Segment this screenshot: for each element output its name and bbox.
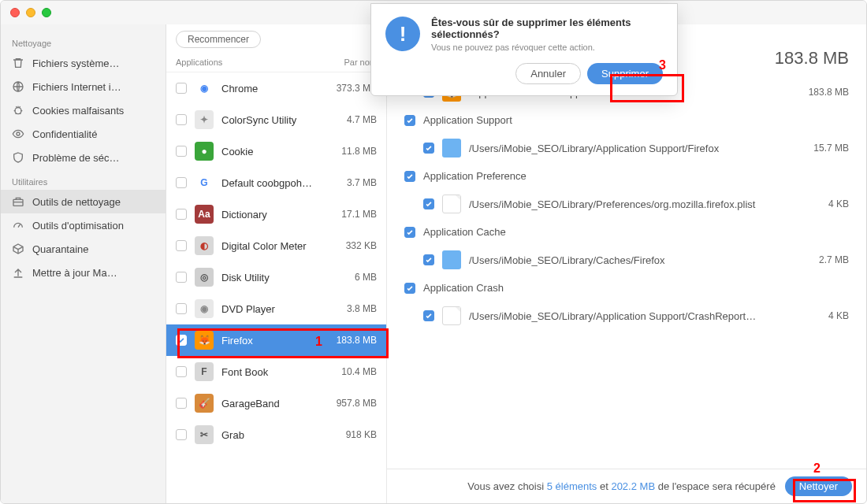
app-row[interactable]: ◎Disk Utility6 MB [166, 261, 386, 293]
group-checkbox[interactable] [404, 115, 415, 126]
app-size-label: 4.7 MB [328, 114, 377, 125]
group-checkbox[interactable] [404, 283, 415, 294]
globe-icon [12, 80, 24, 93]
app-name-label: Font Book [221, 366, 320, 378]
app-icon: F [195, 362, 214, 381]
app-checkbox[interactable] [176, 114, 187, 125]
detail-file-row[interactable]: /Users/iMobie_SEO/Library/Application Su… [387, 300, 866, 332]
shield-icon [12, 151, 24, 164]
column-header-applications[interactable]: Applications [176, 57, 329, 67]
app-row[interactable]: FFont Book10.4 MB [166, 356, 386, 387]
detail-file-list[interactable]: 🦊/Applications/Firefox.app183.8 MBApplic… [387, 76, 866, 469]
eye-icon [12, 128, 24, 140]
app-row[interactable]: 🦊Firefox183.8 MB [166, 324, 386, 356]
app-row[interactable]: ◉DVD Player3.8 MB [166, 293, 386, 324]
group-label: Application Preference [423, 170, 527, 182]
group-checkbox[interactable] [404, 171, 415, 182]
confirm-delete-dialog: ! Êtes-vous sûr de supprimer les élément… [370, 3, 678, 96]
sidebar-item[interactable]: Confidentialité [1, 122, 166, 146]
cancel-button[interactable]: Annuler [515, 63, 581, 84]
minimize-window-button[interactable] [26, 8, 35, 17]
sidebar-item[interactable]: Cookies malfaisants [1, 98, 166, 122]
app-size-label: 183.8 MB [328, 335, 377, 346]
sidebar-item-label: Outils de nettoyage [32, 196, 121, 208]
app-checkbox[interactable] [176, 335, 187, 346]
app-row[interactable]: ●Cookie11.8 MB [166, 135, 386, 167]
app-name-label: Dictionary [221, 209, 320, 220]
file-checkbox[interactable] [423, 310, 434, 321]
app-row[interactable]: ✂Grab918 KB [166, 419, 386, 450]
confirm-delete-button[interactable]: Supprimer [587, 63, 663, 84]
folder-icon [442, 250, 461, 269]
close-window-button[interactable] [10, 8, 20, 17]
file-checkbox[interactable] [423, 143, 434, 154]
sidebar-item-label: Cookies malfaisants [32, 105, 124, 117]
sidebar-item-label: Outils d'optimisation [32, 220, 124, 232]
sidebar-item[interactable]: Fichiers Internet i… [1, 75, 166, 98]
sidebar-item-label: Fichiers système… [32, 57, 120, 69]
app-checkbox[interactable] [176, 366, 187, 377]
file-path-label: /Users/iMobie_SEO/Library/Application Su… [469, 310, 778, 322]
file-size-label: 183.8 MB [786, 87, 849, 98]
trash-icon [12, 57, 24, 69]
app-checkbox[interactable] [176, 83, 187, 94]
file-checkbox[interactable] [423, 198, 434, 209]
detail-group-header[interactable]: Application Support [387, 108, 866, 132]
app-icon: ✂ [195, 425, 214, 444]
app-size-label: 3.7 MB [328, 177, 377, 188]
app-icon: ◉ [195, 79, 214, 98]
app-name-label: DVD Player [221, 303, 320, 315]
sidebar-item[interactable]: Mettre à jour Ma… [1, 261, 166, 284]
app-size-label: 11.8 MB [328, 146, 377, 157]
sidebar-item[interactable]: Outils d'optimisation [1, 213, 166, 237]
detail-group-header[interactable]: Application Preference [387, 164, 866, 188]
file-checkbox[interactable] [423, 254, 434, 265]
file-path-label: /Users/iMobie_SEO/Library/Preferences/or… [469, 198, 778, 210]
app-checkbox[interactable] [176, 303, 187, 314]
detail-file-row[interactable]: /Users/iMobie_SEO/Library/Caches/Firefox… [387, 244, 866, 276]
sidebar-item-label: Quarantaine [32, 243, 89, 255]
bug-icon [12, 104, 24, 117]
sidebar-item-label: Confidentialité [32, 128, 97, 140]
sidebar-item[interactable]: Problème de séc… [1, 146, 166, 169]
application-list[interactable]: ◉Chrome373.3 MB✦ColorSync Utility4.7 MB●… [166, 72, 386, 503]
sidebar-item-label: Problème de séc… [32, 152, 120, 164]
app-size-label: 373.3 MB [328, 83, 377, 94]
sidebar-item-label: Mettre à jour Ma… [32, 267, 117, 279]
app-row[interactable]: ◉Chrome373.3 MB [166, 72, 386, 104]
app-name-label: GarageBand [221, 398, 320, 410]
group-checkbox[interactable] [404, 227, 415, 238]
app-checkbox[interactable] [176, 272, 187, 283]
app-checkbox[interactable] [176, 398, 187, 409]
app-checkbox[interactable] [176, 146, 187, 157]
app-row[interactable]: GDefault coobgpoh…3.7 MB [166, 167, 386, 198]
app-checkbox[interactable] [176, 429, 187, 440]
sidebar-item[interactable]: Quarantaine [1, 237, 166, 261]
app-checkbox[interactable] [176, 240, 187, 251]
app-checkbox[interactable] [176, 177, 187, 188]
sidebar-item-label: Fichiers Internet i… [32, 81, 121, 93]
group-label: Application Cache [423, 226, 506, 238]
column-header-sort[interactable]: Par nom [329, 57, 377, 67]
app-row[interactable]: ◐Digital Color Meter332 KB [166, 230, 386, 261]
applications-panel: Recommencer Applications Par nom ◉Chrome… [166, 24, 387, 503]
app-icon: G [195, 173, 214, 192]
app-checkbox[interactable] [176, 209, 187, 220]
detail-file-row[interactable]: /Users/iMobie_SEO/Library/Application Su… [387, 132, 866, 164]
clean-button[interactable]: Nettoyer [785, 476, 852, 496]
sidebar-item[interactable]: Outils de nettoyage [1, 190, 166, 213]
app-name-label: Chrome [221, 83, 320, 94]
detail-group-header[interactable]: Application Crash [387, 276, 866, 300]
app-row[interactable]: ✦ColorSync Utility4.7 MB [166, 104, 386, 135]
detail-group-header[interactable]: Application Cache [387, 220, 866, 244]
restart-button[interactable]: Recommencer [176, 31, 261, 48]
app-icon: ◎ [195, 268, 214, 287]
maximize-window-button[interactable] [42, 8, 51, 17]
detail-file-row[interactable]: /Users/iMobie_SEO/Library/Preferences/or… [387, 188, 866, 220]
app-row[interactable]: 🎸GarageBand957.8 MB [166, 387, 386, 419]
app-row[interactable]: AaDictionary17.1 MB [166, 198, 386, 230]
sidebar: NettoyageFichiers système…Fichiers Inter… [1, 24, 166, 503]
sidebar-item[interactable]: Fichiers système… [1, 51, 166, 75]
app-size-label: 918 KB [328, 429, 377, 440]
app-name-label: ColorSync Utility [221, 114, 320, 126]
